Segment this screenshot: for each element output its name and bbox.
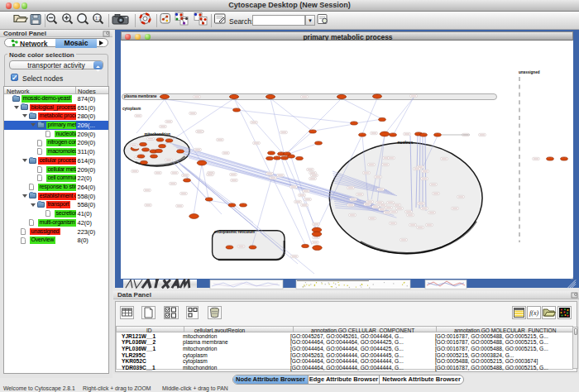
svg-text:f(x): f(x) (529, 309, 538, 317)
svg-text:plasma membrane: plasma membrane (124, 94, 157, 98)
svg-text:cytoplasm: cytoplasm (122, 107, 141, 111)
svg-text:unassigned: unassigned (519, 70, 540, 74)
svg-text:endoplasmic reticulum: endoplasmic reticulum (214, 230, 255, 234)
svg-text:nucleus: nucleus (398, 140, 414, 145)
svg-text:mitochondrion: mitochondrion (145, 132, 171, 136)
svg-text:1:1: 1:1 (95, 16, 101, 21)
